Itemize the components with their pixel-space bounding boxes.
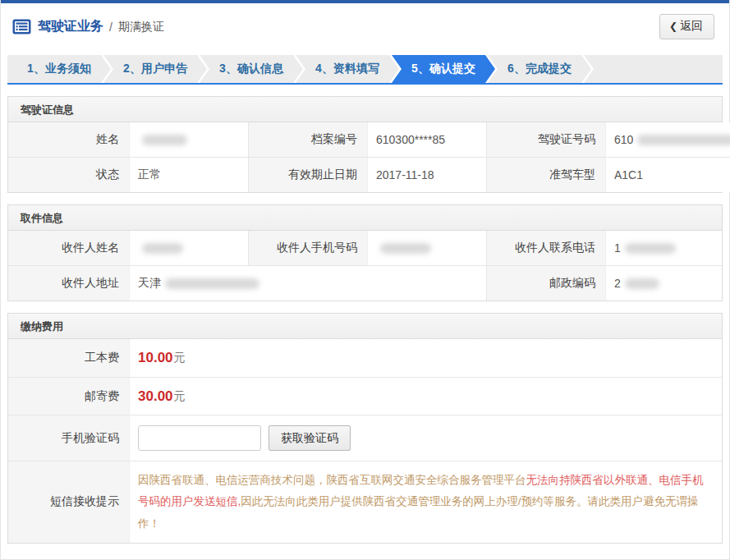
- step-4-fill-data: 4、资料填写: [296, 55, 399, 83]
- redacted-value: [380, 243, 431, 254]
- field-value-recipient-mobile: [367, 231, 486, 265]
- fee-amount: 30.00: [138, 388, 173, 405]
- section-pickup-info: 取件信息 收件人姓名 收件人手机号码 收件人联系电话 1 收件人地址 天津 邮政…: [7, 204, 723, 301]
- field-label-license-number: 驾驶证号码: [486, 122, 605, 157]
- field-value-recipient-address: 天津: [129, 265, 486, 301]
- field-label-sms-notice: 短信接收提示: [8, 461, 129, 543]
- redacted-value: [625, 278, 659, 289]
- sms-notice-text: 因陕西省联通、电信运营商技术问题，陕西省互联网交通安全综合服务管理平台无法向持陕…: [138, 474, 704, 530]
- page-header: 驾驶证业务 / 期满换证 ❮返回: [1, 3, 729, 50]
- field-label-production-fee: 工本费: [8, 339, 129, 377]
- field-label-expiry-date: 有效期止日期: [248, 157, 367, 192]
- get-sms-code-button[interactable]: 获取验证码: [269, 425, 351, 451]
- back-button-label: 返回: [680, 19, 703, 32]
- redacted-value: [637, 135, 730, 145]
- payment-table: 工本费 10.00元 邮寄费 30.00元 手机验证码 获取验证码 短信接收提示…: [8, 339, 722, 543]
- field-value-production-fee: 10.00元: [129, 339, 722, 377]
- breadcrumb-current: 期满换证: [118, 20, 164, 34]
- step-3-confirm-info: 3、确认信息: [200, 55, 303, 83]
- notice-text-normal: 因陕西省联通、电信运营商技术问题，陕西省互联网交通安全综合服务管理平台: [138, 474, 526, 486]
- step-6-complete-submit: 6、完成提交: [488, 55, 591, 83]
- field-value-vehicle-class: A1C1: [605, 157, 730, 192]
- redacted-value: [142, 243, 183, 254]
- wizard-steps: 1、业务须知 2、用户申告 3、确认信息 4、资料填写 5、确认提交 6、完成提…: [7, 55, 723, 85]
- license-info-table: 姓名 档案编号 610300****85 驾驶证号码 610 状态 正常 有效期…: [8, 122, 722, 192]
- field-label-vehicle-class: 准驾车型: [486, 157, 605, 192]
- field-value-license-number: 610: [605, 122, 730, 157]
- field-label-status: 状态: [8, 157, 129, 192]
- field-label-recipient-mobile: 收件人手机号码: [248, 231, 367, 265]
- fee-amount: 10.00: [138, 350, 173, 366]
- field-value-recipient-name: [129, 231, 248, 265]
- field-value-recipient-phone: 1: [605, 231, 722, 265]
- fee-unit: 元: [174, 351, 186, 365]
- pickup-info-table: 收件人姓名 收件人手机号码 收件人联系电话 1 收件人地址 天津 邮政编码 2: [8, 231, 722, 301]
- breadcrumb-divider: /: [109, 21, 112, 34]
- field-label-postal-code: 邮政编码: [486, 265, 605, 301]
- sms-notice-cell: 因陕西省联通、电信运营商技术问题，陕西省互联网交通安全综合服务管理平台无法向持陕…: [129, 461, 722, 543]
- field-value-file-number: 610300****85: [367, 122, 486, 157]
- page-title: 驾驶证业务: [38, 18, 103, 35]
- field-label-file-number: 档案编号: [248, 122, 367, 157]
- field-label-recipient-address: 收件人地址: [8, 265, 129, 301]
- field-value-name: [129, 122, 248, 157]
- field-label-recipient-phone: 收件人联系电话: [486, 231, 605, 265]
- redacted-value: [165, 278, 259, 289]
- redacted-value: [142, 135, 187, 145]
- step-2-user-declaration: 2、用户申告: [103, 55, 207, 83]
- fee-unit: 元: [174, 389, 186, 404]
- chevron-left-icon: ❮: [669, 21, 677, 32]
- redacted-value: [625, 243, 676, 254]
- section-payment-fees: 缴纳费用 工本费 10.00元 邮寄费 30.00元 手机验证码 获取验证码 短…: [7, 313, 723, 544]
- back-button[interactable]: ❮返回: [659, 14, 714, 39]
- field-label-sms-code: 手机验证码: [8, 415, 129, 461]
- field-label-recipient-name: 收件人姓名: [8, 231, 129, 265]
- sms-code-input[interactable]: [138, 425, 261, 451]
- section-title-payment: 缴纳费用: [8, 314, 722, 339]
- step-5-confirm-submit-active: 5、确认提交: [392, 55, 495, 83]
- page: 驾驶证业务 / 期满换证 ❮返回 1、业务须知 2、用户申告 3、确认信息 4、…: [0, 0, 730, 560]
- section-title-license: 驾驶证信息: [8, 97, 722, 122]
- sms-code-field-cell: 获取验证码: [129, 415, 722, 461]
- section-title-pickup: 取件信息: [8, 205, 722, 231]
- step-1-business-notice: 1、业务须知: [7, 55, 111, 83]
- field-value-postal-code: 2: [605, 265, 722, 301]
- field-label-postage-fee: 邮寄费: [8, 377, 129, 415]
- field-value-postage-fee: 30.00元: [129, 377, 722, 415]
- field-value-status: 正常: [129, 157, 248, 192]
- form-list-icon: [12, 19, 31, 34]
- field-label-name: 姓名: [8, 122, 129, 157]
- section-license-info: 驾驶证信息 姓名 档案编号 610300****85 驾驶证号码 610 状态 …: [7, 96, 723, 193]
- wizard-steps-tail: [584, 55, 723, 83]
- field-value-expiry-date: 2017-11-18: [367, 157, 486, 192]
